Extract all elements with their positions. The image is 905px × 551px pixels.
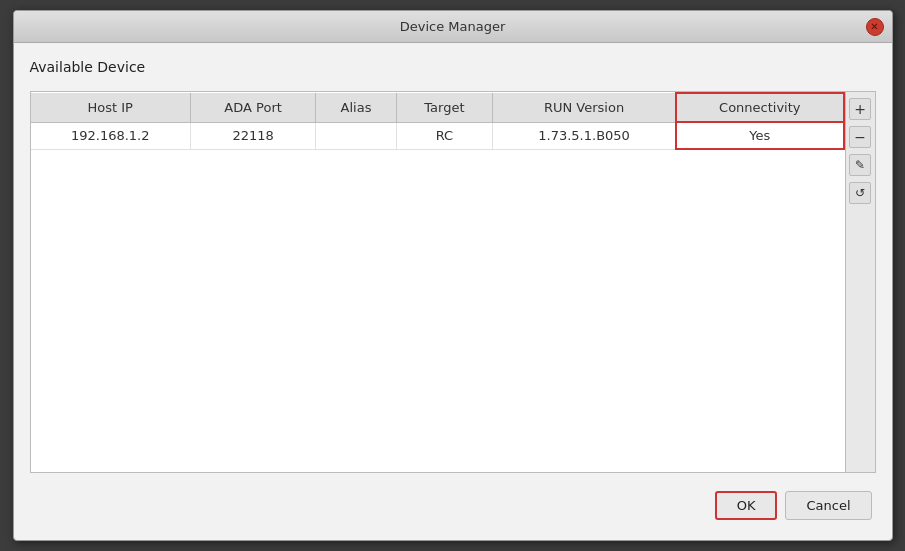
cell-host-ip: 192.168.1.2 — [31, 122, 191, 149]
device-manager-window: Device Manager Available Device Host IP … — [13, 10, 893, 541]
cell-run-version: 1.73.5.1.B050 — [493, 122, 677, 149]
remove-button[interactable]: − — [849, 126, 871, 148]
cancel-button[interactable]: Cancel — [785, 491, 871, 520]
col-host-ip: Host IP — [31, 93, 191, 122]
title-bar: Device Manager — [14, 11, 892, 43]
table-wrapper[interactable]: Host IP ADA Port Alias Target RUN Versio… — [31, 92, 845, 472]
table-sidebar: + − ✎ ↺ — [845, 92, 875, 472]
col-target: Target — [396, 93, 492, 122]
col-ada-port: ADA Port — [190, 93, 315, 122]
table-header: Host IP ADA Port Alias Target RUN Versio… — [31, 93, 844, 122]
cell-ada-port: 22118 — [190, 122, 315, 149]
add-button[interactable]: + — [849, 98, 871, 120]
table-container: Host IP ADA Port Alias Target RUN Versio… — [30, 91, 876, 473]
col-run-version: RUN Version — [493, 93, 677, 122]
bottom-bar: OK Cancel — [30, 483, 876, 524]
edit-button[interactable]: ✎ — [849, 154, 871, 176]
col-connectivity: Connectivity — [676, 93, 843, 122]
col-alias: Alias — [316, 93, 397, 122]
refresh-button[interactable]: ↺ — [849, 182, 871, 204]
table-main: Host IP ADA Port Alias Target RUN Versio… — [31, 92, 845, 472]
window-title: Device Manager — [40, 19, 866, 34]
window-body: Available Device Host IP ADA Port Alias … — [14, 43, 892, 540]
cell-connectivity: Yes — [676, 122, 843, 149]
cell-target: RC — [396, 122, 492, 149]
close-button[interactable] — [866, 18, 884, 36]
ok-button[interactable]: OK — [715, 491, 778, 520]
header-row: Host IP ADA Port Alias Target RUN Versio… — [31, 93, 844, 122]
table-body: 192.168.1.2 22118 RC 1.73.5.1.B050 Yes — [31, 122, 844, 149]
device-table: Host IP ADA Port Alias Target RUN Versio… — [31, 92, 845, 150]
table-row[interactable]: 192.168.1.2 22118 RC 1.73.5.1.B050 Yes — [31, 122, 844, 149]
cell-alias — [316, 122, 397, 149]
section-title: Available Device — [30, 59, 876, 75]
